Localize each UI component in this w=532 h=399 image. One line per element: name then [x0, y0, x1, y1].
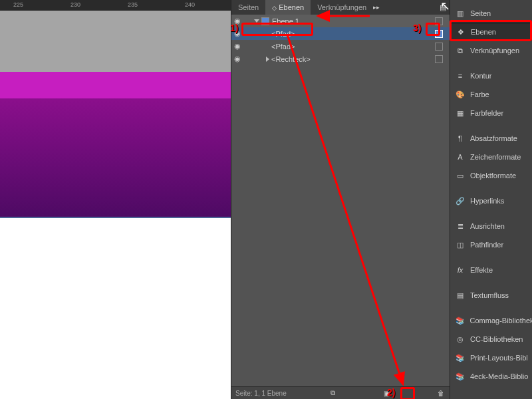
mouse-cursor-icon: ↖	[440, 0, 450, 13]
object-styles-icon: ▭	[454, 170, 466, 181]
layer-item-pfad[interactable]: ◉ <Pfad>	[231, 40, 451, 53]
item-label: <Rechteck>	[271, 55, 311, 63]
layer-item-rechteck[interactable]: ◉ <Rechteck>	[231, 53, 451, 65]
panel-tabs: Seiten ◇Ebenen Verknüpfungen ▸▸ ▤	[231, 0, 451, 15]
dock-kontur[interactable]: ≡Kontur	[450, 66, 532, 85]
new-sublayer-icon[interactable]: ⧉	[326, 389, 340, 397]
library-icon: 📚	[454, 371, 466, 382]
pages-icon: ▥	[454, 8, 466, 19]
dock-farbfelder[interactable]: ▦Farbfelder	[450, 104, 532, 122]
dock-farbe[interactable]: 🎨Farbe	[450, 85, 532, 104]
status-text: Seite: 1, 1 Ebene	[235, 390, 287, 397]
dock-ausrichten[interactable]: ≣Ausrichten	[450, 217, 532, 235]
dock-textumfluss[interactable]: ▤Textumfluss	[450, 286, 532, 305]
item-label: <Pfad>	[271, 30, 295, 38]
horizontal-ruler: 225 230 235 240	[0, 0, 231, 11]
dock-cc[interactable]: ◎CC-Bibliotheken	[450, 330, 532, 348]
visibility-toggle-icon[interactable]: ◉	[231, 42, 243, 51]
tab-ebenen[interactable]: ◇Ebenen	[265, 0, 311, 15]
document-canvas[interactable]: 225 230 235 240	[0, 0, 231, 399]
dock-absatzformate[interactable]: ¶Absatzformate	[450, 129, 532, 148]
page-gradient-rect[interactable]	[0, 72, 231, 218]
stroke-icon: ≡	[454, 70, 466, 81]
color-icon: 🎨	[454, 89, 466, 100]
pathfinder-icon: ◫	[454, 239, 466, 250]
selection-indicator-filled[interactable]	[435, 30, 443, 38]
dock-objektformate[interactable]: ▭Objektformate	[450, 166, 532, 185]
annotation-num-2: 2)	[387, 387, 395, 398]
layers-panel: Seiten ◇Ebenen Verknüpfungen ▸▸ ▤ ◉ Eben…	[231, 0, 451, 399]
dock-seiten[interactable]: ▥Seiten	[450, 4, 532, 23]
selection-indicator[interactable]	[435, 55, 443, 63]
hyperlinks-icon: 🔗	[454, 196, 466, 206]
dock-effekte[interactable]: fxEffekte	[450, 261, 532, 279]
dock-4eck[interactable]: 📚4eck-Media-Biblio	[450, 367, 532, 386]
align-icon: ≣	[454, 221, 466, 231]
library-icon: 📚	[454, 315, 466, 326]
visibility-toggle-icon[interactable]: ◉	[231, 55, 243, 63]
dock-hyperlinks[interactable]: 🔗Hyperlinks	[450, 192, 532, 210]
tab-seiten[interactable]: Seiten	[231, 0, 265, 15]
cc-icon: ◎	[454, 334, 466, 344]
horizontal-guide[interactable]	[0, 217, 231, 217]
dock-commag[interactable]: 📚Commag-Bibliothek	[450, 311, 532, 330]
tab-verknuepfungen[interactable]: Verknüpfungen	[311, 0, 373, 15]
selection-indicator[interactable]	[435, 43, 443, 51]
dock-verknuepfungen[interactable]: ⧉Verknüpfungen	[450, 41, 532, 60]
layer-swatch	[261, 17, 269, 25]
delete-layer-icon[interactable]: 🗑	[434, 390, 448, 397]
page-white-area[interactable]	[0, 218, 231, 399]
library-icon: 📚	[454, 352, 466, 363]
panel-status-bar: Seite: 1, 1 Ebene ⧉ ▣ 🗑	[231, 386, 451, 399]
disclosure-triangle-icon[interactable]	[254, 19, 259, 23]
char-styles-icon: A	[454, 152, 466, 162]
swatches-icon: ▦	[454, 108, 466, 118]
disclosure-triangle-icon[interactable]	[266, 57, 269, 62]
effects-icon: fx	[454, 265, 466, 275]
collapse-panel-icon[interactable]: ▸▸	[373, 4, 384, 11]
dock-ebenen[interactable]: ❖Ebenen	[450, 23, 532, 41]
layers-icon: ❖	[455, 27, 467, 37]
links-icon: ⧉	[454, 45, 466, 56]
annotation-num-3: 3)	[413, 23, 421, 33]
right-dock: ▥Seiten ❖Ebenen ⧉Verknüpfungen ≡Kontur 🎨…	[450, 0, 532, 399]
layer-label: Ebene 1	[272, 17, 299, 25]
dock-pathfinder[interactable]: ◫Pathfinder	[450, 235, 532, 254]
annotation-num-1: 1)	[230, 23, 238, 33]
paragraph-styles-icon: ¶	[454, 133, 466, 144]
dock-print[interactable]: 📚Print-Layouts-Bibl	[450, 348, 532, 367]
dock-zeichenformate[interactable]: AZeichenformate	[450, 148, 532, 166]
item-label: <Pfad>	[271, 43, 295, 51]
selection-indicator[interactable]	[435, 17, 443, 25]
textwrap-icon: ▤	[454, 290, 466, 301]
